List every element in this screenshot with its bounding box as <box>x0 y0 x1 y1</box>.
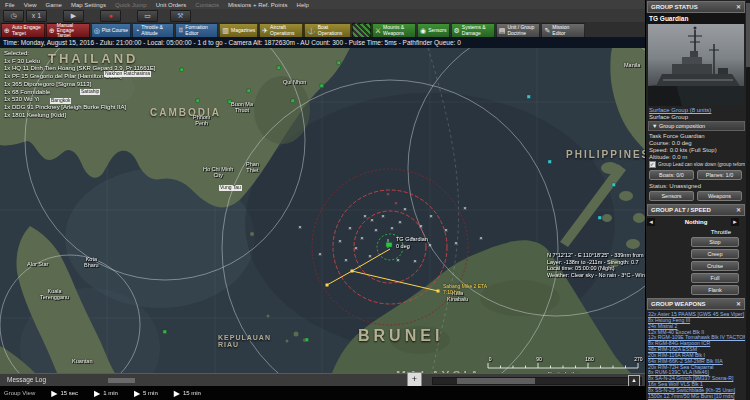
contact-marker[interactable]: × <box>368 253 372 259</box>
friendly-base-marker[interactable] <box>305 338 309 342</box>
neutral-contact-marker[interactable] <box>527 95 530 98</box>
contact-marker[interactable]: × <box>370 217 374 223</box>
play-icon[interactable]: ▶ <box>63 10 84 22</box>
toolbar-auto-engage-target-button[interactable]: ⊕Auto Engage Target <box>1 23 45 38</box>
time-step-15-min-button[interactable]: ▶15 min <box>174 389 201 398</box>
contact-marker[interactable]: × <box>454 240 458 246</box>
screen-icon[interactable]: ▭ <box>137 10 158 22</box>
chevron-right-icon[interactable]: ► <box>731 218 739 226</box>
friendly-base-marker[interactable] <box>337 61 341 65</box>
close-icon[interactable]: ✕ <box>736 3 741 12</box>
contact-marker[interactable]: × <box>428 242 432 248</box>
friendly-base-marker[interactable] <box>180 68 184 72</box>
contact-marker[interactable]: × <box>429 213 433 219</box>
neutral-contact-marker[interactable] <box>548 160 551 163</box>
menu-help[interactable]: Help <box>297 2 309 8</box>
time-step-1-min-button[interactable]: ▶1 min <box>94 389 118 398</box>
toolbar-throttle-altitude-button[interactable]: ◔Throttle & Altitude <box>132 23 174 38</box>
hostile-contact-marker[interactable]: × <box>394 200 398 206</box>
throttle-stop-button[interactable]: Stop <box>691 237 739 247</box>
scrollbar-track[interactable] <box>432 377 642 385</box>
contact-marker[interactable]: × <box>396 257 400 263</box>
planes-button[interactable]: Planes: 1/0 <box>697 170 742 180</box>
throttle-cruise-button[interactable]: Cruise <box>691 261 739 271</box>
contact-marker[interactable]: × <box>338 238 342 244</box>
sensors-button[interactable]: Sensors <box>649 191 694 201</box>
group-alt-speed-header[interactable]: GROUP ALT / SPEED ✕ <box>647 204 745 216</box>
toolbar-systems-damage-button[interactable]: ⚙Systems & Damage <box>451 23 495 38</box>
contact-marker[interactable]: × <box>374 227 378 233</box>
map-canvas[interactable]: ×××××××××××××××××××××××××× ×× Selected:1… <box>0 48 645 373</box>
clock-icon[interactable]: ◷ <box>3 10 24 22</box>
menu-missions-ref-points[interactable]: Missions + Ref. Points <box>228 2 288 8</box>
message-log-bar: Message Log + ▲ <box>0 373 645 387</box>
sidebar-scrollbar[interactable] <box>746 0 750 400</box>
time-step-5-min-button[interactable]: ▶5 min <box>134 389 158 398</box>
friendly-base-marker[interactable] <box>320 84 324 88</box>
selected-unit-entry: 1x 1801 Keelung [Kidd] <box>4 112 156 120</box>
close-icon[interactable]: ✕ <box>736 206 741 215</box>
contact-marker[interactable]: × <box>479 235 483 241</box>
contact-marker[interactable]: × <box>318 251 322 257</box>
surface-group-link[interactable]: Surface Group (8 units) <box>646 106 750 113</box>
toolbar-mission-editor-button[interactable]: ✎Mission Editor <box>541 23 585 38</box>
contact-marker[interactable]: × <box>413 258 417 264</box>
friendly-base-marker[interactable] <box>196 99 200 103</box>
menu-game[interactable]: Game <box>46 2 62 8</box>
toolbar-magazines-button[interactable]: ▥Magazines <box>219 23 258 38</box>
toolbar-plot-course-button[interactable]: ◎Plot Course <box>91 23 131 38</box>
expand-plus-button[interactable]: + <box>407 372 422 387</box>
hostile-contact-marker[interactable]: × <box>386 191 390 197</box>
close-icon[interactable]: ✕ <box>736 300 741 309</box>
throttle-creep-button[interactable]: Creep <box>691 249 739 259</box>
throttle-full-button[interactable]: Full <box>691 273 739 283</box>
toolbar-unit-group-doctrine-button[interactable]: ▤Unit / Group Doctrine <box>496 23 541 38</box>
contact-marker[interactable]: × <box>390 225 394 231</box>
menu-file[interactable]: File <box>5 2 15 8</box>
menu-map-settings[interactable]: Map Settings <box>71 2 106 8</box>
contact-marker[interactable]: × <box>419 223 423 229</box>
neutral-contact-marker[interactable] <box>612 183 615 186</box>
toolbar-formation-editor-button[interactable]: ⠿Formation Editor <box>175 23 218 38</box>
scrollbar-thumb[interactable] <box>108 378 135 383</box>
contact-marker[interactable]: × <box>363 213 367 219</box>
neutral-contact-marker[interactable] <box>598 216 601 219</box>
contact-marker[interactable]: × <box>463 205 467 211</box>
menu-view[interactable]: View <box>24 2 37 8</box>
group-composition-toggle[interactable]: ▼ Group composition <box>648 121 745 131</box>
menu-contacts[interactable]: Contacts <box>195 2 219 8</box>
time-compression-value[interactable]: x 1 <box>26 10 47 22</box>
friendly-base-marker[interactable] <box>277 66 281 70</box>
group-reform-label: Group Lead can slow down (group reform) <box>658 162 745 167</box>
menu-unit-orders[interactable]: Unit Orders <box>156 2 187 8</box>
toolbar-mounts-weapons-button[interactable]: ⚔Mounts & Weapons <box>372 23 416 38</box>
throttle-flank-button[interactable]: Flank <box>691 285 739 295</box>
toolbar-sensors-button[interactable]: ◉Sensors <box>417 23 449 38</box>
contact-marker[interactable]: × <box>298 224 302 230</box>
scrollbar-thumb[interactable] <box>457 378 535 384</box>
contact-marker[interactable]: × <box>344 257 348 263</box>
record-icon[interactable]: ● <box>100 10 121 22</box>
group-reform-checkbox[interactable]: ✓ <box>649 161 656 168</box>
contact-marker[interactable]: × <box>403 206 407 212</box>
group-weapons-header[interactable]: GROUP WEAPONS ✕ <box>647 298 745 310</box>
time-step-15-sec-button[interactable]: ▶15 sec <box>51 389 78 398</box>
cursor-info-readout: N 7°12'12" - E 110°18'25" - 339nm fromLa… <box>547 252 645 278</box>
friendly-base-marker[interactable] <box>247 89 251 93</box>
toolbar-aircraft-operations-button[interactable]: ✈Aircraft Operations <box>259 23 303 38</box>
wrench-icon[interactable]: ⚒ <box>170 10 191 22</box>
weapons-button[interactable]: Weapons <box>697 191 742 201</box>
contact-marker[interactable]: × <box>398 219 402 225</box>
contact-marker[interactable]: × <box>360 235 364 241</box>
friendly-base-marker[interactable] <box>291 99 295 103</box>
boats-button[interactable]: Boats: 0/0 <box>649 170 694 180</box>
friendly-base-marker[interactable] <box>163 330 167 334</box>
contact-marker[interactable]: × <box>444 227 448 233</box>
toolbar-boat-operations-button[interactable]: ⚓Boat Operations <box>304 23 351 38</box>
contact-marker[interactable]: × <box>381 213 385 219</box>
menu-quick-jump[interactable]: Quick Jump <box>115 2 147 8</box>
toolbar-manual-engage-target-button[interactable]: ⊕Manual Engage Target <box>46 23 90 38</box>
contact-marker[interactable]: × <box>354 245 358 251</box>
group-status-header[interactable]: GROUP STATUS ✕ <box>647 1 745 13</box>
contact-marker[interactable]: × <box>348 225 352 231</box>
